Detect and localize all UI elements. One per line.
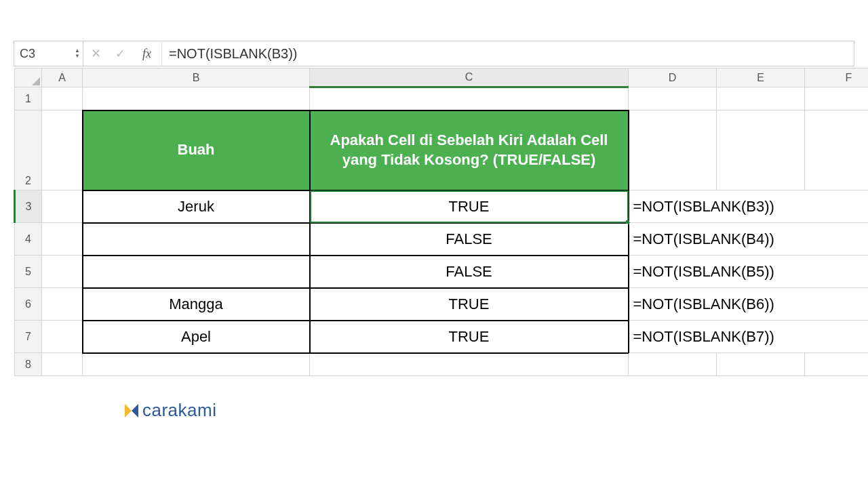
- row-header[interactable]: 7: [15, 321, 42, 353]
- cell-result[interactable]: FALSE: [310, 223, 629, 256]
- cell-d2[interactable]: [629, 110, 717, 190]
- cell-fruit[interactable]: [83, 223, 310, 256]
- cell-a7[interactable]: [42, 321, 83, 353]
- brand-text: carakami: [142, 400, 216, 421]
- row-header[interactable]: 2: [15, 110, 42, 190]
- formula-text: =NOT(ISBLANK(B3)): [169, 46, 297, 62]
- brand-logo: carakami: [122, 400, 216, 421]
- cell-c1[interactable]: [310, 87, 629, 110]
- spreadsheet-grid[interactable]: A B C D E F 1 2 Buah Apakah: [14, 68, 868, 376]
- cell-formula[interactable]: =NOT(ISBLANK(B6)): [629, 288, 869, 321]
- cell-formula[interactable]: =NOT(ISBLANK(B3)): [629, 190, 869, 223]
- cell-formula[interactable]: =NOT(ISBLANK(B5)): [629, 256, 869, 288]
- cell-d8[interactable]: [629, 353, 717, 376]
- cell-a4[interactable]: [42, 223, 83, 256]
- cell-a1[interactable]: [42, 87, 83, 110]
- cell-a6[interactable]: [42, 288, 83, 321]
- fx-icon: fx: [142, 47, 151, 61]
- cell-a5[interactable]: [42, 256, 83, 288]
- cell-formula[interactable]: =NOT(ISBLANK(B7)): [629, 321, 869, 353]
- cell-reference: C3: [20, 47, 35, 61]
- cell-fruit[interactable]: Jeruk: [83, 190, 310, 223]
- table-header-fruit[interactable]: Buah: [83, 110, 310, 190]
- cell-fruit[interactable]: Mangga: [83, 288, 310, 321]
- row-header[interactable]: 3: [15, 190, 42, 223]
- col-header-a[interactable]: A: [42, 68, 83, 87]
- formula-input[interactable]: =NOT(ISBLANK(B3)): [162, 41, 854, 66]
- cell-a3[interactable]: [42, 190, 83, 223]
- col-header-c[interactable]: C: [310, 68, 629, 87]
- cell-b1[interactable]: [83, 87, 310, 110]
- cell-a2[interactable]: [42, 110, 83, 190]
- row-header[interactable]: 4: [15, 223, 42, 256]
- cell-a8[interactable]: [42, 353, 83, 376]
- row-header[interactable]: 8: [15, 353, 42, 376]
- cell-result[interactable]: TRUE: [310, 190, 629, 223]
- cell-b8[interactable]: [83, 353, 310, 376]
- check-icon: ✓: [115, 46, 125, 61]
- formula-bar: C3 ▲ ▼ ✕ ✓ fx =NOT(ISBLANK(B3)): [14, 41, 854, 66]
- col-header-b[interactable]: B: [83, 68, 310, 87]
- table-header-result[interactable]: Apakah Cell di Sebelah Kiri Adalah Cell …: [310, 110, 629, 190]
- cell-fruit[interactable]: Apel: [83, 321, 310, 353]
- col-header-f[interactable]: F: [805, 68, 869, 87]
- cell-result[interactable]: TRUE: [310, 321, 629, 353]
- cell-e1[interactable]: [717, 87, 805, 110]
- col-header-d[interactable]: D: [629, 68, 717, 87]
- accept-formula-button[interactable]: ✓: [108, 41, 132, 66]
- select-all-corner[interactable]: [15, 68, 42, 87]
- col-header-e[interactable]: E: [717, 68, 805, 87]
- insert-function-button[interactable]: fx: [132, 41, 162, 66]
- cell-f8[interactable]: [805, 353, 869, 376]
- close-icon: ✕: [91, 46, 101, 61]
- cell-f1[interactable]: [805, 87, 869, 110]
- cell-f2[interactable]: [805, 110, 869, 190]
- name-box-stepper[interactable]: ▲ ▼: [75, 41, 80, 66]
- cell-formula[interactable]: =NOT(ISBLANK(B4)): [629, 223, 869, 256]
- row-header[interactable]: 1: [15, 87, 42, 110]
- row-header[interactable]: 5: [15, 256, 42, 288]
- brand-icon: [122, 403, 138, 419]
- cell-result[interactable]: TRUE: [310, 288, 629, 321]
- cell-result[interactable]: FALSE: [310, 256, 629, 288]
- cancel-formula-button[interactable]: ✕: [83, 41, 108, 66]
- cell-e8[interactable]: [717, 353, 805, 376]
- chevron-down-icon: ▼: [75, 54, 80, 59]
- row-header[interactable]: 6: [15, 288, 42, 321]
- cell-fruit[interactable]: [83, 256, 310, 288]
- cell-e2[interactable]: [717, 110, 805, 190]
- cell-c8[interactable]: [310, 353, 629, 376]
- cell-d1[interactable]: [629, 87, 717, 110]
- column-header-row: A B C D E F: [15, 68, 869, 87]
- name-box[interactable]: C3 ▲ ▼: [14, 41, 83, 66]
